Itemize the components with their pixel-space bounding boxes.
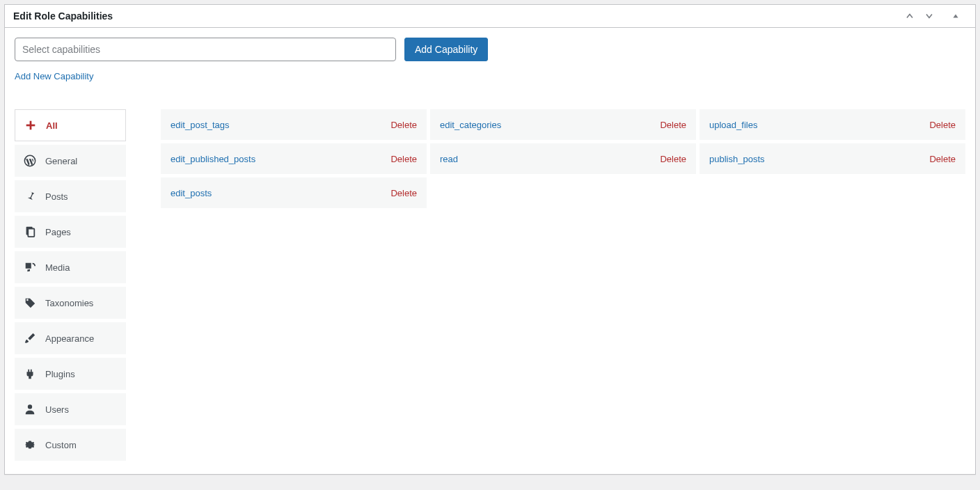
capabilities-grid: edit_post_tagsDeleteedit_categoriesDelet…: [161, 109, 965, 464]
sidebar-item-label: Taxonomies: [45, 298, 93, 308]
sidebar-item-plugins[interactable]: Plugins: [15, 358, 126, 390]
sidebar-item-custom[interactable]: Custom: [15, 429, 126, 461]
sidebar-item-label: Plugins: [45, 369, 75, 379]
sidebar-item-label: Posts: [45, 191, 68, 202]
move-up-icon[interactable]: [904, 10, 919, 22]
sidebar-item-label: General: [45, 156, 77, 166]
sidebar-item-posts[interactable]: Posts: [15, 180, 126, 212]
edit-role-capabilities-panel: Edit Role Capabilities Add Capability Ad…: [4, 4, 976, 475]
capability-delete-link[interactable]: Delete: [660, 154, 686, 164]
capability-card: edit_post_tagsDelete: [161, 109, 427, 140]
panel-header-controls: [904, 10, 967, 22]
add-capability-button[interactable]: Add Capability: [404, 38, 488, 61]
sidebar-item-media[interactable]: Media: [15, 251, 126, 283]
wordpress-icon: [23, 154, 37, 168]
sidebar-item-label: Appearance: [45, 333, 94, 344]
capability-card: upload_filesDelete: [700, 109, 965, 140]
capability-card: publish_postsDelete: [700, 143, 965, 174]
toolbar: Add Capability: [15, 38, 965, 61]
capability-name[interactable]: read: [440, 154, 458, 164]
plus-icon: [24, 118, 38, 132]
pin-icon: [23, 189, 37, 203]
capability-name[interactable]: upload_files: [709, 120, 757, 130]
sidebar-item-label: Media: [45, 262, 70, 273]
toggle-panel-icon[interactable]: [951, 12, 967, 20]
capability-delete-link[interactable]: Delete: [660, 120, 686, 130]
sidebar-item-general[interactable]: General: [15, 145, 126, 177]
capability-delete-link[interactable]: Delete: [390, 120, 417, 130]
select-capabilities-input[interactable]: [15, 38, 396, 61]
sidebar-item-label: Pages: [45, 227, 71, 237]
sidebar-item-label: Custom: [45, 440, 77, 450]
capability-name[interactable]: edit_post_tags: [171, 120, 230, 130]
sidebar-item-users[interactable]: Users: [15, 393, 126, 425]
sidebar-item-pages[interactable]: Pages: [15, 216, 126, 248]
panel-body: Add Capability Add New Capability All Ge…: [5, 28, 975, 474]
panel-header: Edit Role Capabilities: [5, 5, 975, 28]
svg-marker-0: [953, 15, 958, 18]
tag-icon: [23, 296, 37, 310]
plug-icon: [23, 367, 37, 381]
sidebar-item-taxonomies[interactable]: Taxonomies: [15, 287, 126, 319]
brush-icon: [23, 331, 37, 345]
capability-name[interactable]: publish_posts: [709, 154, 765, 164]
sidebar-item-all[interactable]: All: [15, 109, 126, 141]
gear-icon: [23, 438, 37, 452]
add-new-capability-link[interactable]: Add New Capability: [15, 71, 93, 81]
capability-name[interactable]: edit_posts: [171, 188, 212, 198]
svg-rect-2: [26, 125, 35, 127]
pages-icon: [23, 225, 37, 239]
capability-delete-link[interactable]: Delete: [929, 154, 956, 164]
capability-delete-link[interactable]: Delete: [929, 120, 956, 130]
panel-title: Edit Role Capabilities: [13, 10, 904, 22]
user-icon: [23, 402, 37, 416]
svg-rect-5: [28, 229, 34, 237]
category-sidebar: All General Posts: [15, 109, 126, 464]
capability-card: edit_postsDelete: [161, 177, 427, 208]
capability-card: readDelete: [430, 143, 696, 174]
sidebar-item-label: Users: [45, 404, 69, 415]
sidebar-item-label: All: [46, 120, 58, 131]
capability-name[interactable]: edit_categories: [440, 120, 501, 130]
media-icon: [23, 260, 37, 274]
capability-delete-link[interactable]: Delete: [390, 154, 417, 164]
svg-point-6: [28, 404, 32, 409]
sidebar-item-appearance[interactable]: Appearance: [15, 322, 126, 354]
move-down-icon[interactable]: [924, 10, 939, 22]
main-area: All General Posts: [15, 109, 965, 464]
capability-card: edit_categoriesDelete: [430, 109, 696, 140]
capability-name[interactable]: edit_published_posts: [171, 154, 255, 164]
capability-card: edit_published_postsDelete: [161, 143, 427, 174]
capability-delete-link[interactable]: Delete: [390, 188, 417, 198]
